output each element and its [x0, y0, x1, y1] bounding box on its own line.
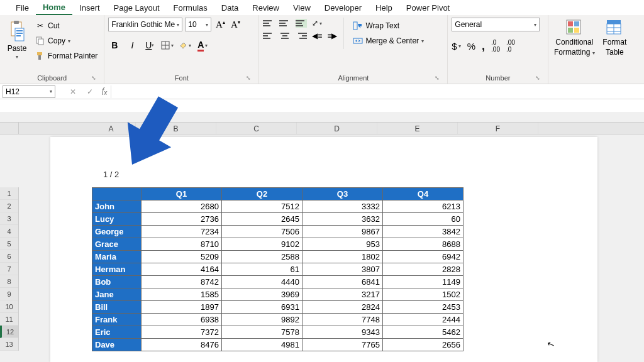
data-cell[interactable]: 7506: [222, 226, 303, 238]
row-header[interactable]: 5: [0, 238, 18, 250]
data-cell[interactable]: 4164: [142, 263, 222, 276]
align-right-button[interactable]: [296, 31, 307, 40]
row-header[interactable]: 9: [0, 288, 18, 300]
fx-icon[interactable]: fx: [102, 86, 107, 96]
row-header[interactable]: 11: [0, 313, 18, 326]
row-header[interactable]: 13: [0, 338, 18, 351]
data-cell[interactable]: 3969: [222, 288, 303, 301]
table-header[interactable]: [92, 188, 142, 200]
menu-tab-view[interactable]: View: [286, 1, 318, 14]
data-cell[interactable]: 5209: [142, 251, 222, 263]
row-header[interactable]: 7: [0, 263, 18, 275]
dialog-launcher-icon[interactable]: ⤡: [535, 75, 543, 82]
align-middle-button[interactable]: [279, 19, 291, 28]
row-name-cell[interactable]: Herman: [92, 263, 142, 276]
row-name-cell[interactable]: Bob: [92, 276, 142, 288]
underline-button[interactable]: U▾: [143, 39, 156, 52]
data-cell[interactable]: 9867: [303, 226, 383, 238]
row-header[interactable]: 6: [0, 250, 18, 263]
data-cell[interactable]: 2444: [383, 314, 464, 326]
data-cell[interactable]: 3842: [383, 226, 464, 238]
orientation-button[interactable]: ⤢▾: [312, 19, 322, 28]
data-cell[interactable]: 953: [303, 238, 383, 251]
menu-tab-data[interactable]: Data: [214, 1, 245, 14]
accounting-format-button[interactable]: $▾: [452, 41, 460, 52]
data-cell[interactable]: 7512: [222, 200, 303, 213]
menu-tab-file[interactable]: File: [9, 1, 36, 14]
data-cell[interactable]: 6938: [142, 314, 222, 326]
column-header[interactable]: C: [216, 123, 297, 134]
data-cell[interactable]: 8742: [142, 276, 222, 288]
percent-button[interactable]: %: [467, 41, 475, 52]
menu-tab-home[interactable]: Home: [36, 1, 72, 15]
data-cell[interactable]: 5462: [383, 326, 464, 339]
data-cell[interactable]: 2656: [383, 339, 464, 351]
data-cell[interactable]: 61: [222, 263, 303, 276]
decrease-indent-button[interactable]: ◀≡: [312, 31, 322, 40]
format-painter-button[interactable]: Format Painter: [33, 49, 100, 63]
paste-button[interactable]: Paste ▾: [4, 18, 30, 60]
formula-input[interactable]: [111, 85, 644, 98]
menu-tab-formulas[interactable]: Formulas: [167, 1, 214, 14]
data-cell[interactable]: 2828: [383, 263, 464, 276]
format-as-table-button[interactable]: Format Table: [599, 18, 630, 57]
data-cell[interactable]: 1502: [383, 288, 464, 301]
data-cell[interactable]: 6942: [383, 251, 464, 263]
menu-tab-review[interactable]: Review: [245, 1, 286, 14]
data-cell[interactable]: 2736: [142, 213, 222, 226]
row-header[interactable]: 1: [0, 187, 18, 200]
data-cell[interactable]: 1585: [142, 288, 222, 301]
dialog-launcher-icon[interactable]: ⤡: [246, 75, 253, 82]
font-color-button[interactable]: A▾: [196, 39, 209, 52]
row-header[interactable]: 10: [0, 300, 18, 313]
column-header[interactable]: B: [136, 123, 216, 134]
table-header[interactable]: Q3: [303, 188, 383, 200]
row-name-cell[interactable]: Maria: [92, 251, 142, 263]
align-top-button[interactable]: [263, 19, 274, 28]
column-header[interactable]: A: [87, 123, 136, 134]
enter-formula-icon[interactable]: ✓: [87, 87, 93, 96]
align-center-button[interactable]: [279, 31, 291, 40]
row-name-cell[interactable]: George: [92, 226, 142, 238]
data-cell[interactable]: 60: [383, 213, 464, 226]
data-cell[interactable]: 9892: [222, 314, 303, 326]
data-cell[interactable]: 2645: [222, 213, 303, 226]
name-box[interactable]: H12▾: [3, 85, 55, 98]
merge-center-button[interactable]: Merge & Center ▾: [350, 34, 426, 48]
number-format-select[interactable]: General▾: [452, 18, 540, 31]
column-header[interactable]: F: [458, 123, 538, 134]
dialog-launcher-icon[interactable]: ⤡: [435, 75, 442, 82]
increase-decimal-button[interactable]: .0.00: [491, 39, 500, 53]
data-cell[interactable]: 3632: [303, 213, 383, 226]
row-name-cell[interactable]: Lucy: [92, 213, 142, 226]
data-cell[interactable]: 1802: [303, 251, 383, 263]
dialog-launcher-icon[interactable]: ⤡: [91, 75, 99, 82]
conditional-formatting-button[interactable]: Conditional Formatting ▾: [552, 18, 596, 57]
data-cell[interactable]: 2824: [303, 301, 383, 314]
decrease-font-button[interactable]: A▾: [229, 19, 242, 30]
table-header[interactable]: Q2: [222, 188, 303, 200]
row-header[interactable]: 8: [0, 275, 18, 288]
data-cell[interactable]: 2680: [142, 200, 222, 213]
data-cell[interactable]: 7372: [142, 326, 222, 339]
align-bottom-button[interactable]: [296, 19, 307, 28]
bold-button[interactable]: B: [108, 39, 121, 52]
data-cell[interactable]: 6931: [222, 301, 303, 314]
data-cell[interactable]: 1897: [142, 301, 222, 314]
data-cell[interactable]: 9343: [303, 326, 383, 339]
row-header[interactable]: 12: [0, 326, 18, 338]
data-cell[interactable]: 6841: [303, 276, 383, 288]
menu-tab-help[interactable]: Help: [369, 1, 399, 14]
data-cell[interactable]: 2588: [222, 251, 303, 263]
data-cell[interactable]: 8688: [383, 238, 464, 251]
data-cell[interactable]: 7578: [222, 326, 303, 339]
row-name-cell[interactable]: Grace: [92, 238, 142, 251]
column-header[interactable]: E: [377, 123, 458, 134]
data-cell[interactable]: 6213: [383, 200, 464, 213]
increase-indent-button[interactable]: ≡▶: [327, 31, 337, 40]
row-name-cell[interactable]: Dave: [92, 339, 142, 351]
row-name-cell[interactable]: John: [92, 200, 142, 213]
menu-tab-insert[interactable]: Insert: [72, 1, 107, 14]
data-cell[interactable]: 9102: [222, 238, 303, 251]
column-header[interactable]: D: [297, 123, 377, 134]
